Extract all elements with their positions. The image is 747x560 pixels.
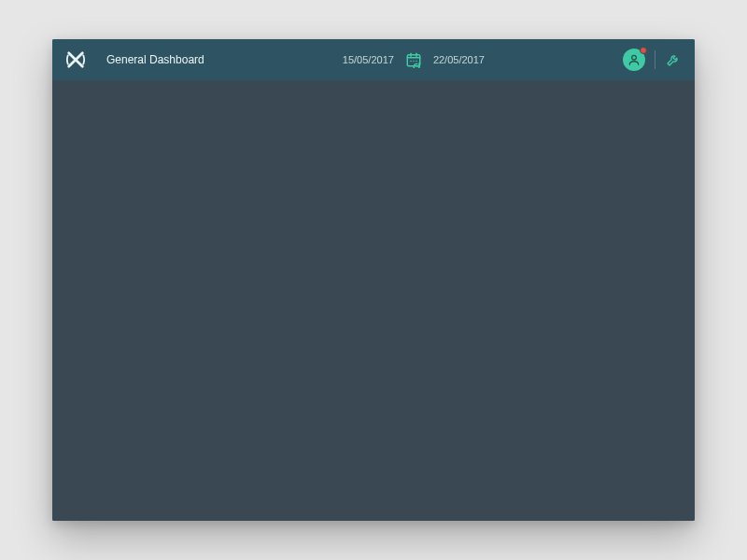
date-from: 15/05/2017 [343,54,394,65]
svg-point-7 [632,55,637,60]
divider [655,50,655,69]
wrench-icon [666,52,681,67]
page-title: General Dashboard [106,53,204,66]
notification-badge [640,47,647,54]
date-to: 22/05/2017 [433,54,485,65]
brand-x-logo-icon [65,49,86,70]
app-window: General Dashboard 15/05/2017 22/05/2017 [52,39,695,521]
calendar-icon [405,51,422,68]
user-icon [627,53,641,66]
main-content [52,80,695,521]
topbar-actions [623,49,682,71]
topbar: General Dashboard 15/05/2017 22/05/2017 [52,39,695,80]
settings-button[interactable] [665,51,682,68]
date-range[interactable]: 15/05/2017 22/05/2017 [343,51,485,68]
svg-point-6 [416,61,417,63]
brand-logo[interactable] [65,49,86,70]
svg-point-4 [410,61,412,63]
svg-point-5 [413,61,415,63]
user-button[interactable] [623,49,645,71]
